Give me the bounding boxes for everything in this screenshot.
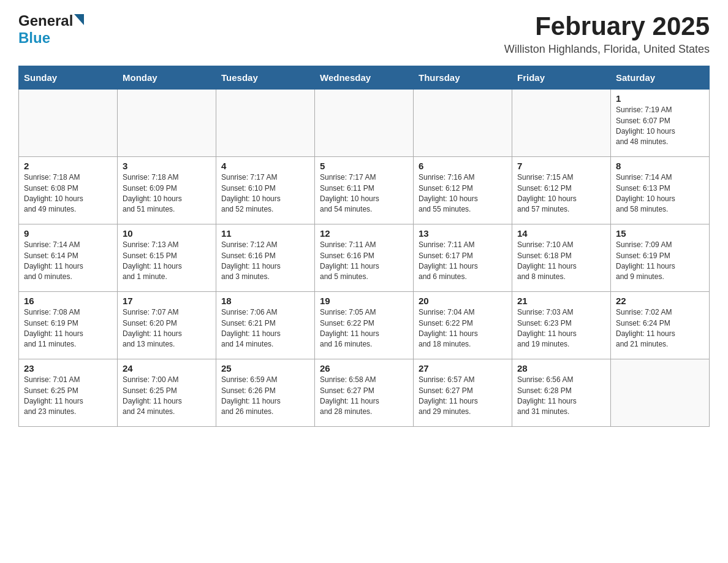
day-number: 12 <box>320 228 408 239</box>
day-number: 21 <box>517 296 605 306</box>
svg-marker-0 <box>74 14 84 25</box>
title-area: February 2025 Williston Highlands, Flori… <box>504 12 710 56</box>
day-number: 19 <box>320 296 408 306</box>
calendar-cell: 28Sunrise: 6:56 AM Sunset: 6:28 PM Dayli… <box>512 359 611 427</box>
calendar-body: 1Sunrise: 7:19 AM Sunset: 6:07 PM Daylig… <box>19 90 710 427</box>
calendar-cell: 25Sunrise: 6:59 AM Sunset: 6:26 PM Dayli… <box>216 359 315 427</box>
calendar-cell: 20Sunrise: 7:04 AM Sunset: 6:22 PM Dayli… <box>414 292 512 359</box>
calendar-cell: 7Sunrise: 7:15 AM Sunset: 6:12 PM Daylig… <box>512 157 611 224</box>
calendar-cell: 22Sunrise: 7:02 AM Sunset: 6:24 PM Dayli… <box>611 292 710 359</box>
day-info: Sunrise: 7:04 AM Sunset: 6:22 PM Dayligh… <box>419 307 507 350</box>
day-number: 11 <box>221 228 309 239</box>
calendar-cell: 19Sunrise: 7:05 AM Sunset: 6:22 PM Dayli… <box>315 292 414 359</box>
day-number: 7 <box>517 161 605 171</box>
calendar-cell: 17Sunrise: 7:07 AM Sunset: 6:20 PM Dayli… <box>118 292 216 359</box>
header-day-saturday: Saturday <box>611 66 710 90</box>
logo: General Blue <box>18 12 84 47</box>
day-info: Sunrise: 6:57 AM Sunset: 6:27 PM Dayligh… <box>419 375 507 418</box>
day-info: Sunrise: 7:11 AM Sunset: 6:17 PM Dayligh… <box>419 240 507 283</box>
day-info: Sunrise: 7:01 AM Sunset: 6:25 PM Dayligh… <box>24 375 112 418</box>
day-number: 17 <box>123 296 211 306</box>
day-info: Sunrise: 7:19 AM Sunset: 6:07 PM Dayligh… <box>616 105 704 148</box>
day-number: 13 <box>419 228 507 239</box>
day-number: 4 <box>221 161 309 171</box>
month-title: February 2025 <box>504 12 710 40</box>
calendar-cell: 23Sunrise: 7:01 AM Sunset: 6:25 PM Dayli… <box>19 359 118 427</box>
day-info: Sunrise: 7:16 AM Sunset: 6:12 PM Dayligh… <box>419 172 507 215</box>
day-number: 9 <box>24 228 112 239</box>
day-info: Sunrise: 6:56 AM Sunset: 6:28 PM Dayligh… <box>517 375 605 418</box>
calendar-cell: 24Sunrise: 7:00 AM Sunset: 6:25 PM Dayli… <box>118 359 216 427</box>
day-number: 10 <box>123 228 211 239</box>
week-row-1: 1Sunrise: 7:19 AM Sunset: 6:07 PM Daylig… <box>19 90 710 157</box>
day-info: Sunrise: 7:00 AM Sunset: 6:25 PM Dayligh… <box>123 375 211 418</box>
day-number: 6 <box>419 161 507 171</box>
day-info: Sunrise: 7:17 AM Sunset: 6:11 PM Dayligh… <box>320 172 408 215</box>
day-info: Sunrise: 7:13 AM Sunset: 6:15 PM Dayligh… <box>123 240 211 283</box>
day-info: Sunrise: 7:05 AM Sunset: 6:22 PM Dayligh… <box>320 307 408 350</box>
calendar-cell: 4Sunrise: 7:17 AM Sunset: 6:10 PM Daylig… <box>216 157 315 224</box>
day-number: 25 <box>221 363 309 373</box>
calendar-header: SundayMondayTuesdayWednesdayThursdayFrid… <box>19 66 710 90</box>
header-day-tuesday: Tuesday <box>216 66 315 90</box>
week-row-3: 9Sunrise: 7:14 AM Sunset: 6:14 PM Daylig… <box>19 224 710 292</box>
day-number: 27 <box>419 363 507 373</box>
calendar-cell: 11Sunrise: 7:12 AM Sunset: 6:16 PM Dayli… <box>216 224 315 292</box>
calendar-cell: 21Sunrise: 7:03 AM Sunset: 6:23 PM Dayli… <box>512 292 611 359</box>
calendar-cell <box>512 90 611 157</box>
day-info: Sunrise: 6:58 AM Sunset: 6:27 PM Dayligh… <box>320 375 408 418</box>
week-row-4: 16Sunrise: 7:08 AM Sunset: 6:19 PM Dayli… <box>19 292 710 359</box>
location-title: Williston Highlands, Florida, United Sta… <box>504 43 710 56</box>
calendar-cell: 26Sunrise: 6:58 AM Sunset: 6:27 PM Dayli… <box>315 359 414 427</box>
calendar-cell: 8Sunrise: 7:14 AM Sunset: 6:13 PM Daylig… <box>611 157 710 224</box>
week-row-5: 23Sunrise: 7:01 AM Sunset: 6:25 PM Dayli… <box>19 359 710 427</box>
calendar-table: SundayMondayTuesdayWednesdayThursdayFrid… <box>18 66 710 427</box>
day-info: Sunrise: 7:12 AM Sunset: 6:16 PM Dayligh… <box>221 240 309 283</box>
day-info: Sunrise: 7:02 AM Sunset: 6:24 PM Dayligh… <box>616 307 704 350</box>
calendar-cell: 13Sunrise: 7:11 AM Sunset: 6:17 PM Dayli… <box>414 224 512 292</box>
day-info: Sunrise: 7:18 AM Sunset: 6:08 PM Dayligh… <box>24 172 112 215</box>
day-number: 26 <box>320 363 408 373</box>
calendar-cell <box>315 90 414 157</box>
day-number: 20 <box>419 296 507 306</box>
day-info: Sunrise: 7:08 AM Sunset: 6:19 PM Dayligh… <box>24 307 112 350</box>
day-info: Sunrise: 7:11 AM Sunset: 6:16 PM Dayligh… <box>320 240 408 283</box>
day-number: 5 <box>320 161 408 171</box>
calendar-cell: 2Sunrise: 7:18 AM Sunset: 6:08 PM Daylig… <box>19 157 118 224</box>
calendar-cell: 14Sunrise: 7:10 AM Sunset: 6:18 PM Dayli… <box>512 224 611 292</box>
header-row: SundayMondayTuesdayWednesdayThursdayFrid… <box>19 66 710 90</box>
calendar-cell: 15Sunrise: 7:09 AM Sunset: 6:19 PM Dayli… <box>611 224 710 292</box>
day-info: Sunrise: 7:10 AM Sunset: 6:18 PM Dayligh… <box>517 240 605 283</box>
logo-general-text: General <box>18 12 73 29</box>
calendar-cell: 18Sunrise: 7:06 AM Sunset: 6:21 PM Dayli… <box>216 292 315 359</box>
day-info: Sunrise: 7:15 AM Sunset: 6:12 PM Dayligh… <box>517 172 605 215</box>
day-number: 18 <box>221 296 309 306</box>
day-info: Sunrise: 7:18 AM Sunset: 6:09 PM Dayligh… <box>123 172 211 215</box>
day-number: 8 <box>616 161 704 171</box>
calendar-cell: 10Sunrise: 7:13 AM Sunset: 6:15 PM Dayli… <box>118 224 216 292</box>
calendar-cell: 3Sunrise: 7:18 AM Sunset: 6:09 PM Daylig… <box>118 157 216 224</box>
calendar-cell <box>611 359 710 427</box>
calendar-cell <box>19 90 118 157</box>
calendar-cell: 16Sunrise: 7:08 AM Sunset: 6:19 PM Dayli… <box>19 292 118 359</box>
calendar-cell: 9Sunrise: 7:14 AM Sunset: 6:14 PM Daylig… <box>19 224 118 292</box>
day-number: 3 <box>123 161 211 171</box>
header-day-wednesday: Wednesday <box>315 66 414 90</box>
header-day-thursday: Thursday <box>414 66 512 90</box>
day-info: Sunrise: 7:07 AM Sunset: 6:20 PM Dayligh… <box>123 307 211 350</box>
logo-arrow-icon <box>74 14 84 28</box>
day-number: 24 <box>123 363 211 373</box>
logo-blue-text: Blue <box>18 29 50 46</box>
page-header: General Blue February 2025 Williston Hig… <box>18 12 710 56</box>
calendar-cell: 1Sunrise: 7:19 AM Sunset: 6:07 PM Daylig… <box>611 90 710 157</box>
calendar-cell <box>118 90 216 157</box>
day-info: Sunrise: 7:06 AM Sunset: 6:21 PM Dayligh… <box>221 307 309 350</box>
day-number: 1 <box>616 93 704 104</box>
day-number: 22 <box>616 296 704 306</box>
calendar-cell: 5Sunrise: 7:17 AM Sunset: 6:11 PM Daylig… <box>315 157 414 224</box>
day-info: Sunrise: 6:59 AM Sunset: 6:26 PM Dayligh… <box>221 375 309 418</box>
day-number: 28 <box>517 363 605 373</box>
header-day-monday: Monday <box>118 66 216 90</box>
day-info: Sunrise: 7:17 AM Sunset: 6:10 PM Dayligh… <box>221 172 309 215</box>
day-number: 16 <box>24 296 112 306</box>
